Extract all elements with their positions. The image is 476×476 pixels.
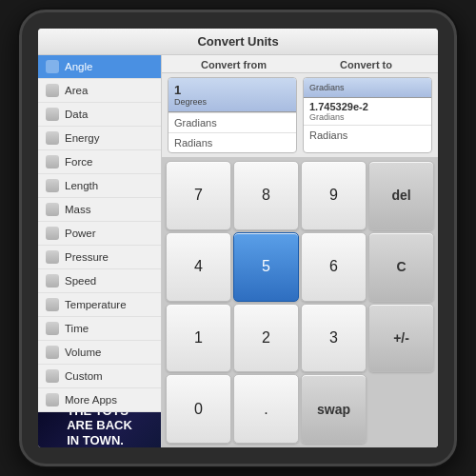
volume-icon [46, 346, 59, 359]
to-unit-label: Gradians [309, 112, 426, 122]
from-picker[interactable]: 1 Degrees Gradians Radians [168, 77, 297, 153]
mass-icon [46, 203, 59, 216]
sidebar-label-volume: Volume [65, 347, 101, 358]
sidebar-label-temperature: Temperature [65, 299, 127, 310]
ipad-screen: Convert Units AngleAreaDataEnergyForceLe… [38, 29, 438, 447]
sidebar-item-time[interactable]: Time [38, 317, 161, 341]
sidebar-item-more-apps[interactable]: More Apps [38, 388, 161, 412]
key-9[interactable]: 9 [301, 161, 367, 230]
ipad-frame: Convert Units AngleAreaDataEnergyForceLe… [19, 10, 457, 466]
sidebar-label-more-apps: More Apps [65, 394, 117, 406]
temperature-icon [46, 298, 59, 311]
key-del[interactable]: del [368, 161, 434, 230]
angle-icon [46, 60, 59, 73]
from-picker-radians[interactable]: Radians [169, 132, 296, 152]
sidebar-label-force: Force [65, 156, 92, 168]
convert-from-label: Convert from [168, 59, 300, 70]
force-icon [46, 155, 59, 169]
sidebar-label-custom: Custom [65, 370, 103, 382]
sidebar-item-temperature[interactable]: Temperature [38, 293, 161, 317]
sidebar-item-energy[interactable]: Energy [38, 127, 161, 150]
custom-icon [46, 369, 59, 383]
from-selected-unit[interactable]: 1 Degrees [169, 78, 296, 112]
sidebar-label-time: Time [65, 323, 89, 334]
key-5[interactable]: 5 [233, 232, 299, 302]
area-icon [46, 84, 59, 97]
length-icon [46, 179, 59, 192]
ad-line2: ARE BACK [67, 418, 132, 432]
sidebar-item-power[interactable]: Power [38, 222, 161, 246]
time-icon [46, 322, 59, 335]
from-picker-gradians[interactable]: Gradians [169, 112, 296, 132]
converter-display: 1 Degrees Gradians Radians Gradians 1.74… [162, 73, 438, 157]
sidebar-label-area: Area [65, 85, 88, 96]
key-4[interactable]: 4 [166, 232, 231, 302]
sidebar-item-pressure[interactable]: Pressure [38, 246, 161, 269]
key-8[interactable]: 8 [233, 161, 299, 230]
ad-line3: IN TOWN. [67, 433, 124, 447]
sidebar-item-length[interactable]: Length [38, 174, 161, 198]
sidebar-label-data: Data [65, 109, 88, 120]
converter-header: Convert from Convert to [162, 55, 438, 73]
sidebar-item-area[interactable]: Area [38, 79, 161, 103]
key-2[interactable]: 2 [233, 304, 299, 373]
key-1[interactable]: 1 [166, 304, 231, 373]
key-7[interactable]: 7 [166, 161, 231, 230]
sidebar-label-angle: Angle [65, 61, 92, 72]
key-6[interactable]: 6 [301, 232, 367, 302]
speed-icon [46, 274, 59, 288]
to-picker-radians[interactable]: Radians [304, 125, 431, 145]
sidebar-item-angle[interactable]: Angle [38, 55, 161, 79]
sidebar-item-force[interactable]: Force [38, 150, 161, 174]
title-bar: Convert Units [38, 29, 438, 55]
key-C[interactable]: C [368, 232, 434, 302]
key-dot[interactable]: . [233, 374, 299, 444]
to-unit-top: Gradians [309, 83, 426, 92]
key-0[interactable]: 0 [166, 374, 231, 444]
from-value: 1 [174, 83, 290, 97]
to-value: 1.745329e-2 [309, 101, 426, 112]
sidebar-item-mass[interactable]: Mass [38, 198, 161, 222]
right-panel: Convert from Convert to 1 Degrees Gradia… [162, 55, 438, 447]
to-selected-unit[interactable]: Gradians [304, 78, 431, 98]
sidebar-label-energy: Energy [65, 132, 99, 144]
main-content: AngleAreaDataEnergyForceLengthMassPowerP… [38, 55, 438, 447]
more-apps-icon [46, 393, 59, 407]
ad-line1: THE TOYS [67, 412, 129, 418]
ad-banner[interactable]: THE TOYS ARE BACK IN TOWN. TOY STORY [38, 412, 161, 447]
keypad: 789del456C123+/-0.swap [162, 157, 438, 447]
key-swap[interactable]: swap [301, 374, 367, 444]
key-3[interactable]: 3 [301, 304, 367, 373]
sidebar-label-mass: Mass [65, 204, 90, 215]
app-title: Convert Units [197, 34, 278, 49]
key-plusminus[interactable]: +/- [368, 304, 434, 373]
energy-icon [46, 131, 59, 145]
sidebar-item-volume[interactable]: Volume [38, 341, 161, 365]
sidebar-label-pressure: Pressure [65, 251, 109, 263]
sidebar-label-speed: Speed [65, 275, 96, 287]
sidebar-label-power: Power [65, 228, 96, 239]
from-unit-label: Degrees [174, 97, 290, 107]
sidebar-item-speed[interactable]: Speed [38, 269, 161, 293]
sidebar-item-custom[interactable]: Custom [38, 365, 161, 388]
sidebar-label-length: Length [65, 180, 98, 191]
data-icon [46, 108, 59, 121]
to-picker[interactable]: Gradians 1.745329e-2 Gradians Radians [303, 77, 432, 153]
sidebar: AngleAreaDataEnergyForceLengthMassPowerP… [38, 55, 162, 447]
convert-to-label: Convert to [300, 59, 432, 70]
power-icon [46, 227, 59, 240]
pressure-icon [46, 250, 59, 264]
sidebar-item-data[interactable]: Data [38, 103, 161, 127]
